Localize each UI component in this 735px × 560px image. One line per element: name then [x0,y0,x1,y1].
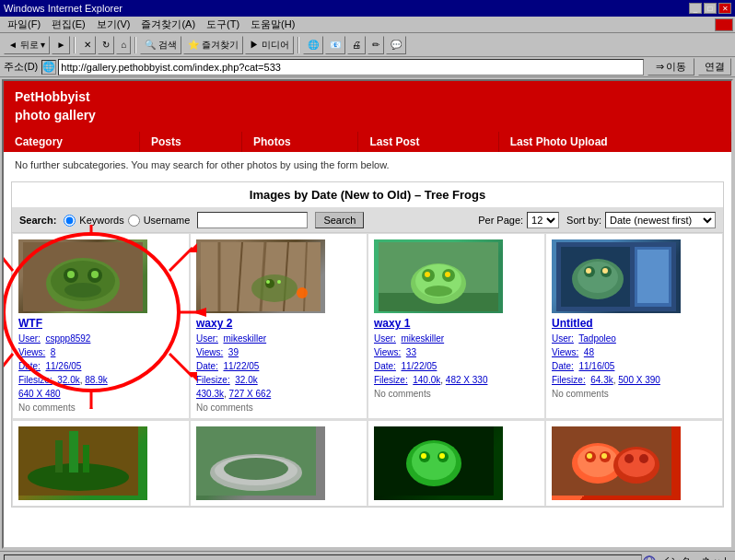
internet-icon [642,554,657,561]
home-button[interactable]: ⌂ [116,36,131,54]
views-val-3: 33 [406,347,416,357]
fs-label-1: Filesize: [18,375,52,385]
menu-edit[interactable]: 편집(E) [46,17,91,32]
separator [74,37,76,53]
extra-button[interactable]: 📧 [325,36,345,54]
site-header: PetHobbyist photo gallery [4,81,731,132]
date-val-3: 11/22/05 [401,361,437,371]
edit-button[interactable]: ✏ [368,36,384,54]
history-button[interactable]: 🌐 [303,36,323,54]
svg-point-81 [639,454,648,463]
user-label-2: User: [196,333,218,344]
discuss-button[interactable]: 💬 [386,36,406,54]
bottom-thumb-1[interactable] [18,426,147,500]
search-button[interactable]: 🔍 검색 [140,36,181,54]
separator3 [298,37,299,53]
image-title-2[interactable]: waxy 2 [196,317,361,330]
search-button[interactable]: Search [315,212,364,228]
nav-photos[interactable]: Photos [241,132,357,152]
menu-file[interactable]: 파일(F) [2,17,46,32]
user-link-3[interactable]: mikeskiller [401,333,444,344]
favorites-button[interactable]: ⭐ 즐겨찾기 [183,36,243,54]
fs1-link-3[interactable]: 140.0k [413,375,440,385]
nav-table: Category Posts Photos Last Post Last Pho… [4,132,731,152]
nav-category[interactable]: Category [4,132,139,152]
svg-rect-58 [55,440,63,472]
user-label-4: User: [552,333,574,344]
fs1-link-2[interactable]: 32.0k [235,375,257,385]
bottom-thumb-3[interactable] [374,426,503,500]
address-input[interactable] [58,59,644,76]
image-title-1[interactable]: WTF [18,317,183,330]
stop-button[interactable]: ✕ [79,36,96,54]
image-title-3[interactable]: waxy 1 [374,317,539,330]
back-button[interactable]: ◄ 뒤로 ▾ [4,36,50,54]
user-link-2[interactable]: mikeskiller [223,333,266,344]
user-link-1[interactable]: csppp8592 [45,333,90,344]
svg-point-31 [251,274,298,302]
image-thumb-2[interactable] [196,239,325,313]
print-button[interactable]: 🖨 [347,36,366,54]
browser-content[interactable]: PetHobbyist photo gallery Category Posts… [2,79,733,549]
fs1-link-1[interactable]: 32.0k [57,375,79,385]
minimize-button[interactable]: _ [689,3,702,14]
image-thumb-1[interactable] [18,239,147,313]
views-val-2: 39 [228,347,239,357]
internet-zone: インターネット [642,554,731,561]
nav-lastpost[interactable]: Last Post [358,132,498,152]
user-link-4[interactable]: Tadpoleo [578,333,616,344]
keywords-radio[interactable] [64,215,76,227]
search-input[interactable] [197,212,308,228]
go-button[interactable]: ⇒ 이동 [648,58,694,76]
image-thumb-4[interactable] [552,239,681,313]
menu-tools[interactable]: 도구(T) [201,17,245,32]
fs1-link-4[interactable]: 64.3k [590,375,612,385]
refresh-button[interactable]: ↻ [98,36,114,54]
image-meta-1: User: csppp8592 Views: 8 Date: 11/26/05 … [18,332,183,401]
maximize-button[interactable]: □ [704,3,717,14]
bottom-thumb-4[interactable] [552,426,681,500]
views-label-4: Views: [552,347,578,357]
svg-point-66 [412,443,456,480]
sortby-group: Sort by: Date (newest first) Date (oldes… [566,212,716,228]
menu-favorites[interactable]: 즐겨찾기(A) [135,17,201,32]
nav-posts[interactable]: Posts [139,132,241,152]
image-meta-4: User: Tadpoleo Views: 48 Date: 11/16/05 … [552,332,717,387]
views-label-2: Views: [196,347,223,357]
image-thumb-3[interactable] [374,239,503,313]
nav-lastphoto[interactable]: Last Photo Upload [498,132,730,152]
comments-3: No comments [374,389,539,399]
svg-point-82 [644,556,655,561]
bottom-cell-2 [190,420,368,507]
links-button[interactable]: 연결 [698,58,731,76]
fs2-link-1[interactable]: 88.9k [85,375,107,385]
sortby-select[interactable]: Date (newest first) Date (oldest first) … [605,212,716,228]
fs2-link-2[interactable]: 430.3k [196,389,224,399]
frog-thumbnail-3 [379,242,498,311]
info-text: No further subcategories. You may search… [4,152,731,178]
image-title-4[interactable]: Untitled [552,317,717,330]
svg-point-79 [618,449,655,477]
date-label-1: Date: [18,361,41,371]
date-label-2: Date: [196,361,218,371]
titlebar-title: Windows Internet Explorer [4,3,122,14]
close-button[interactable]: ✕ [718,3,731,14]
svg-point-77 [601,453,607,459]
bottom-thumb-2[interactable] [196,426,325,500]
ie-logo [715,18,733,31]
menu-help[interactable]: 도움말(H) [245,17,300,32]
svg-point-54 [602,268,608,274]
svg-point-70 [439,453,445,459]
svg-rect-47 [637,250,669,303]
forward-button[interactable]: ► [52,36,70,54]
svg-line-3 [2,354,13,377]
svg-marker-9 [2,243,4,252]
menu-view[interactable]: 보기(V) [91,17,136,32]
date-val-1: 11/26/05 [45,361,81,371]
username-radio[interactable] [128,215,140,227]
perpage-select[interactable]: 12 24 48 [527,212,559,228]
svg-line-1 [2,248,13,271]
fs-label-3: Filesize: [374,375,408,385]
gallery-title: Images by Date (New to Old) – Tree Frogs [12,182,723,208]
media-button[interactable]: ▶ 미디어 [245,36,294,54]
